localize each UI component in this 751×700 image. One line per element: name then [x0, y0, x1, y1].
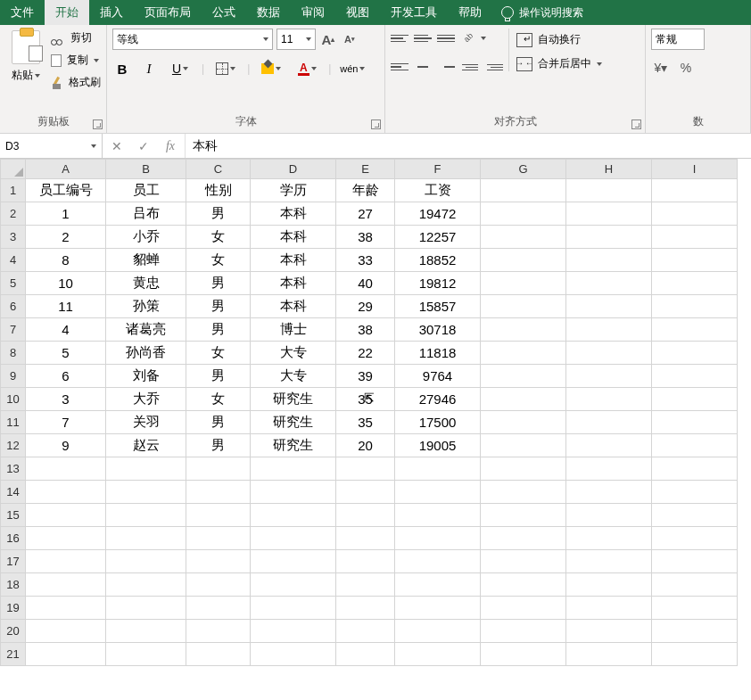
menu-tab-0[interactable]: 文件 [0, 0, 45, 25]
cell-I1[interactable] [652, 179, 738, 202]
cell-A3[interactable]: 2 [26, 226, 106, 249]
cell-G6[interactable] [481, 295, 566, 318]
cell-E18[interactable] [336, 573, 395, 597]
row-header-17[interactable]: 17 [1, 550, 26, 573]
cell-F2[interactable]: 19472 [395, 202, 481, 226]
cell-A12[interactable]: 9 [26, 434, 106, 457]
cell-G2[interactable] [481, 202, 566, 226]
cell-D20[interactable] [251, 620, 336, 643]
spreadsheet-grid[interactable]: ABCDEFGHI1员工编号员工性别学历年龄工资21吕布男本科271947232… [0, 159, 751, 666]
cell-E12[interactable]: 20 [336, 434, 395, 457]
cell-D1[interactable]: 学历 [251, 179, 336, 202]
font-name-combo[interactable]: 等线 [112, 29, 273, 50]
cell-I9[interactable] [652, 365, 738, 388]
row-header-3[interactable]: 3 [1, 226, 26, 249]
cell-E6[interactable]: 29 [336, 295, 395, 318]
row-header-18[interactable]: 18 [1, 573, 26, 597]
cell-B17[interactable] [106, 550, 186, 573]
cell-E21[interactable] [336, 643, 395, 666]
cell-E19[interactable] [336, 597, 395, 620]
cell-A6[interactable]: 11 [26, 295, 106, 318]
cell-F6[interactable]: 15857 [395, 295, 481, 318]
cell-B16[interactable] [106, 527, 186, 550]
row-header-15[interactable]: 15 [1, 504, 26, 527]
row-header-8[interactable]: 8 [1, 342, 26, 365]
dialog-launcher-icon[interactable] [631, 119, 641, 129]
cell-H4[interactable] [566, 249, 652, 272]
cell-H14[interactable] [566, 481, 652, 504]
cell-D11[interactable]: 研究生 [251, 411, 336, 434]
cell-D7[interactable]: 博士 [251, 318, 336, 342]
cell-C1[interactable]: 性别 [186, 179, 251, 202]
cell-C20[interactable] [186, 620, 251, 643]
cell-H12[interactable] [566, 434, 652, 457]
cell-I18[interactable] [652, 573, 738, 597]
cell-A19[interactable] [26, 597, 106, 620]
dialog-launcher-icon[interactable] [371, 119, 381, 129]
cell-C8[interactable]: 女 [186, 342, 251, 365]
cell-C12[interactable]: 男 [186, 434, 251, 457]
cell-C14[interactable] [186, 481, 251, 504]
cell-C19[interactable] [186, 597, 251, 620]
cell-F21[interactable] [395, 643, 481, 666]
cell-B10[interactable]: 大乔 [106, 388, 186, 411]
cell-F14[interactable] [395, 481, 481, 504]
cell-B15[interactable] [106, 504, 186, 527]
align-center-button[interactable] [414, 59, 432, 75]
cell-F5[interactable]: 19812 [395, 272, 481, 295]
cell-B9[interactable]: 刘备 [106, 365, 186, 388]
cell-G18[interactable] [481, 573, 566, 597]
cell-G20[interactable] [481, 620, 566, 643]
cell-G3[interactable] [481, 226, 566, 249]
copy-button[interactable]: 复制 [51, 53, 101, 68]
menu-tab-1[interactable]: 开始 [45, 0, 89, 25]
cell-C9[interactable]: 男 [186, 365, 251, 388]
cell-D5[interactable]: 本科 [251, 272, 336, 295]
cell-G7[interactable] [481, 318, 566, 342]
cell-H5[interactable] [566, 272, 652, 295]
cell-D18[interactable] [251, 573, 336, 597]
cell-G4[interactable] [481, 249, 566, 272]
cell-I12[interactable] [652, 434, 738, 457]
cell-B13[interactable] [106, 457, 186, 481]
cell-A1[interactable]: 员工编号 [26, 179, 106, 202]
cell-E16[interactable] [336, 527, 395, 550]
cell-G13[interactable] [481, 457, 566, 481]
cell-F11[interactable]: 17500 [395, 411, 481, 434]
cell-C16[interactable] [186, 527, 251, 550]
italic-button[interactable]: I [139, 59, 159, 78]
cell-F20[interactable] [395, 620, 481, 643]
cell-H17[interactable] [566, 550, 652, 573]
cell-A4[interactable]: 8 [26, 249, 106, 272]
cell-D13[interactable] [251, 457, 336, 481]
menu-tab-3[interactable]: 页面布局 [134, 0, 202, 25]
cell-I2[interactable] [652, 202, 738, 226]
align-bottom-button[interactable] [437, 30, 455, 46]
cell-A9[interactable]: 6 [26, 365, 106, 388]
cell-E8[interactable]: 22 [336, 342, 395, 365]
col-header-F[interactable]: F [395, 160, 481, 179]
cell-C13[interactable] [186, 457, 251, 481]
cell-I4[interactable] [652, 249, 738, 272]
font-size-combo[interactable]: 11 [276, 29, 316, 50]
menu-tab-7[interactable]: 视图 [335, 0, 380, 25]
fill-color-button[interactable] [257, 59, 285, 78]
cell-D21[interactable] [251, 643, 336, 666]
row-header-14[interactable]: 14 [1, 481, 26, 504]
align-left-button[interactable] [391, 59, 409, 75]
cell-C21[interactable] [186, 643, 251, 666]
cell-G16[interactable] [481, 527, 566, 550]
row-header-5[interactable]: 5 [1, 272, 26, 295]
cell-B12[interactable]: 赵云 [106, 434, 186, 457]
decrease-font-button[interactable]: A▾ [341, 29, 359, 49]
row-header-6[interactable]: 6 [1, 295, 26, 318]
cell-H2[interactable] [566, 202, 652, 226]
col-header-D[interactable]: D [251, 160, 336, 179]
cell-E3[interactable]: 38 [336, 226, 395, 249]
cell-D17[interactable] [251, 550, 336, 573]
cell-E9[interactable]: 39 [336, 365, 395, 388]
cell-G9[interactable] [481, 365, 566, 388]
cell-A11[interactable]: 7 [26, 411, 106, 434]
cell-I20[interactable] [652, 620, 738, 643]
cell-D4[interactable]: 本科 [251, 249, 336, 272]
